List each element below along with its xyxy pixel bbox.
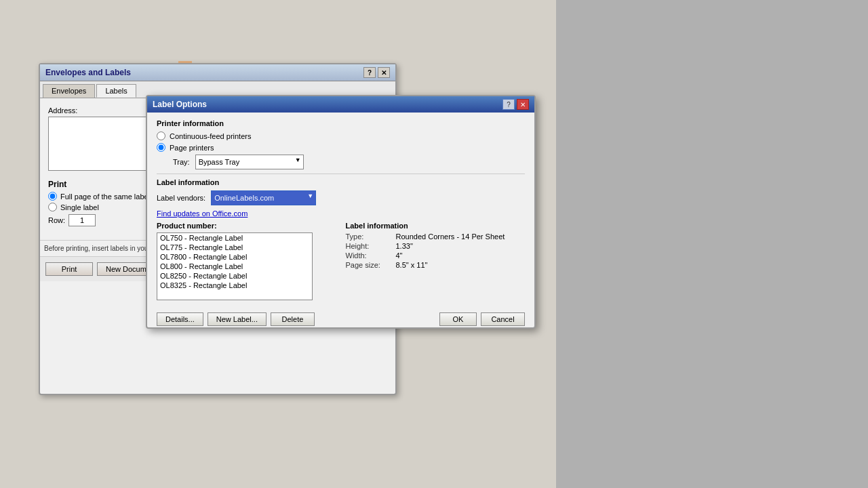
vendor-row: Label vendors: OnlineLabels.com Avery US…: [157, 190, 525, 205]
width-label: Width:: [346, 251, 393, 260]
page-size-label: Page size:: [346, 261, 393, 269]
envelopes-titlebar: Envelopes and Labels ? ✕: [40, 64, 395, 81]
label-info-col-title: Label information: [346, 222, 526, 230]
product-item-3[interactable]: OL800 - Rectangle Label: [157, 262, 312, 271]
printer-info-title: Printer information: [157, 119, 525, 127]
tray-select[interactable]: Bypass Tray Tray 1 Tray 2 Auto Select: [195, 155, 304, 169]
find-updates-link[interactable]: Find updates on Office.com: [157, 209, 525, 218]
page-printers-label: Page printers: [170, 144, 214, 152]
label-info-title: Label information: [157, 178, 525, 186]
lo-bottom-section: Product number: OL750 - Rectangle Label …: [157, 222, 525, 300]
lo-footer-right: OK Cancel: [439, 312, 525, 326]
envelopes-titlebar-buttons: ? ✕: [363, 67, 390, 78]
tab-envelopes[interactable]: Envelopes: [43, 84, 95, 98]
row-label: Row:: [48, 216, 65, 224]
vendor-select[interactable]: OnlineLabels.com Avery US Letter Avery A…: [211, 190, 316, 205]
envelopes-close-button[interactable]: ✕: [378, 67, 390, 78]
label-options-titlebar: Label Options ? ✕: [147, 96, 534, 113]
full-page-radio[interactable]: [48, 192, 57, 201]
type-value: Rounded Corners - 14 Per Sheet: [396, 232, 526, 241]
envelopes-help-button[interactable]: ?: [363, 67, 376, 78]
background-right: [556, 0, 868, 488]
lo-footer-buttons: Details... New Label... Delete OK Cancel: [147, 307, 534, 331]
height-value: 1.33": [396, 242, 526, 250]
continuous-feed-row: Continuous-feed printers: [157, 131, 525, 140]
ok-button[interactable]: OK: [439, 312, 477, 326]
address-textarea[interactable]: [48, 117, 157, 171]
single-label-radio[interactable]: [48, 203, 57, 211]
product-item-0[interactable]: OL750 - Rectangle Label: [157, 233, 312, 243]
tray-select-wrap: Bypass Tray Tray 1 Tray 2 Auto Select: [195, 155, 304, 169]
lo-titlebar-buttons: ? ✕: [502, 99, 529, 110]
page-printers-row: Page printers: [157, 143, 525, 152]
full-page-label: Full page of the same label: [60, 192, 150, 201]
product-item-1[interactable]: OL775 - Rectangle Label: [157, 243, 312, 252]
print-button[interactable]: Print: [45, 262, 93, 276]
product-item-4[interactable]: OL8250 - Rectangle Label: [157, 271, 312, 281]
product-col: Product number: OL750 - Rectangle Label …: [157, 222, 336, 300]
delete-button[interactable]: Delete: [271, 312, 315, 326]
info-col: Label information Type: Rounded Corners …: [346, 222, 526, 300]
type-label: Type:: [346, 232, 393, 241]
page-printers-radio[interactable]: [157, 143, 165, 152]
page-size-value: 8.5" x 11": [396, 261, 526, 269]
new-label-button[interactable]: New Label...: [208, 312, 267, 326]
label-options-dialog: Label Options ? ✕ Printer information Co…: [146, 95, 536, 329]
lo-close-button[interactable]: ✕: [517, 99, 529, 110]
lo-footer-left: Details... New Label... Delete: [157, 312, 315, 326]
tray-label: Tray:: [173, 158, 190, 166]
tray-row: Tray: Bypass Tray Tray 1 Tray 2 Auto Sel…: [173, 155, 525, 169]
label-options-title: Label Options: [153, 100, 207, 109]
lo-help-button[interactable]: ?: [502, 99, 515, 110]
tab-labels[interactable]: Labels: [96, 84, 136, 98]
lo-divider: [157, 174, 525, 174]
height-label: Height:: [346, 242, 393, 250]
continuous-feed-label: Continuous-feed printers: [170, 132, 251, 140]
product-number-title: Product number:: [157, 222, 336, 230]
single-label-text: Single label: [60, 203, 99, 211]
product-item-2[interactable]: OL7800 - Rectangle Label: [157, 252, 312, 262]
product-list[interactable]: OL750 - Rectangle Label OL775 - Rectangl…: [157, 232, 313, 300]
lo-cancel-button[interactable]: Cancel: [481, 312, 525, 326]
continuous-feed-radio[interactable]: [157, 131, 165, 140]
row-spinner-input[interactable]: [68, 214, 96, 226]
vendor-label: Label vendors:: [157, 194, 205, 202]
vendor-select-wrap: OnlineLabels.com Avery US Letter Avery A…: [211, 190, 316, 205]
label-info-grid: Type: Rounded Corners - 14 Per Sheet Hei…: [346, 232, 526, 269]
envelopes-title: Envelopes and Labels: [45, 68, 131, 77]
product-list-wrap: OL750 - Rectangle Label OL775 - Rectangl…: [157, 232, 336, 300]
product-item-5[interactable]: OL8325 - Rectangle Label: [157, 281, 312, 290]
details-button[interactable]: Details...: [157, 312, 203, 326]
lo-content: Printer information Continuous-feed prin…: [147, 113, 534, 307]
width-value: 4": [396, 251, 526, 260]
